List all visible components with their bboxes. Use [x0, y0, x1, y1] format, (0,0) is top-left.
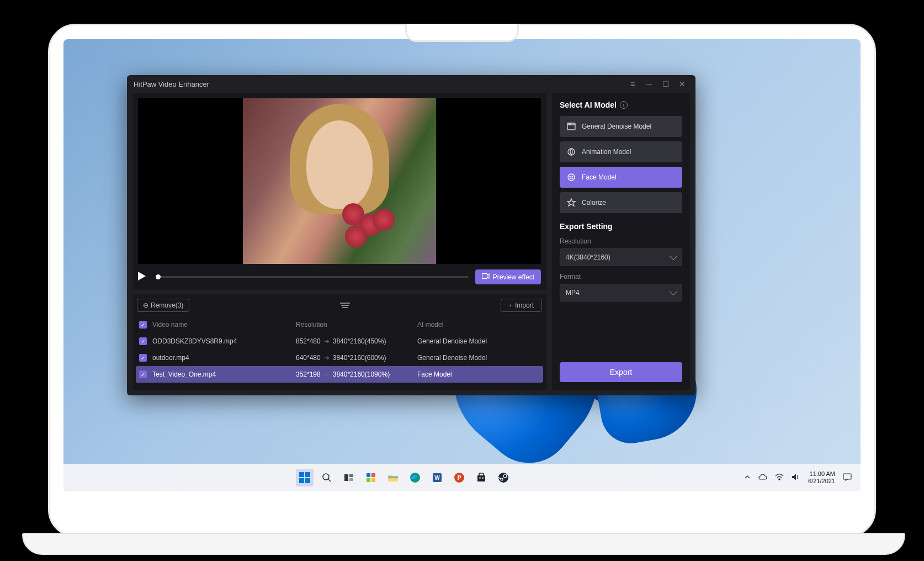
svg-point-4 [568, 149, 575, 155]
format-label: Format [560, 273, 682, 280]
sort-icon[interactable] [340, 303, 350, 308]
format-select[interactable]: MP4 [560, 284, 682, 301]
select-all-checkbox[interactable]: ✓ [139, 321, 147, 329]
laptop-base [22, 533, 905, 555]
video-name: outdoor.mp4 [152, 354, 296, 362]
play-button[interactable] [138, 272, 149, 283]
column-name: Video name [152, 321, 296, 329]
resolution-label: Resolution [560, 237, 682, 245]
info-icon[interactable]: i [620, 101, 628, 109]
svg-rect-11 [349, 478, 353, 481]
desktop-screen: HitPaw Video Enhancer ≡ ─ ☐ ✕ [63, 39, 861, 491]
resolution-select[interactable]: 4K(3840*2160) [560, 248, 682, 266]
svg-rect-24 [482, 477, 484, 479]
row-checkbox[interactable]: ✓ [139, 371, 147, 378]
svg-point-8 [323, 474, 329, 480]
minimize-button[interactable]: ─ [642, 77, 656, 91]
resolution-cell: 852*480➔3840*2160(450%) [296, 337, 417, 345]
svg-rect-15 [371, 478, 375, 482]
svg-rect-0 [482, 274, 487, 279]
titlebar[interactable]: HitPaw Video Enhancer ≡ ─ ☐ ✕ [127, 75, 695, 93]
model-option-colorize[interactable]: Colorize [560, 192, 682, 213]
powerpoint-icon[interactable]: P [450, 469, 468, 486]
app-title: HitPaw Video Enhancer [134, 80, 626, 88]
search-icon[interactable] [318, 469, 336, 486]
steam-icon[interactable] [495, 469, 512, 486]
model-icon [566, 198, 576, 208]
arrow-right-icon: ➔ [324, 337, 330, 345]
clock[interactable]: 11:00 AM 6/21/2021 [808, 470, 835, 485]
edge-icon[interactable] [406, 469, 424, 486]
svg-rect-13 [371, 473, 375, 477]
svg-rect-16 [388, 477, 398, 478]
resolution-cell: 352*198➔3840*2160(1090%) [296, 371, 417, 378]
list-header: ✓ Video name Resolution AI model [132, 316, 546, 333]
svg-point-6 [570, 176, 571, 177]
video-preview[interactable] [138, 98, 541, 264]
model-icon [566, 172, 576, 182]
svg-point-2 [569, 124, 569, 124]
close-button[interactable]: ✕ [676, 77, 689, 91]
svg-point-25 [498, 473, 508, 483]
chevron-down-icon [670, 252, 677, 260]
widgets-icon[interactable] [362, 469, 380, 486]
svg-point-3 [570, 124, 570, 124]
store-icon[interactable] [472, 469, 490, 486]
preview-panel: Preview effect [132, 93, 546, 290]
plus-icon: + [509, 301, 513, 309]
taskbar: W P 11:00 AM 6/21/2021 [63, 464, 861, 491]
svg-point-7 [572, 176, 573, 177]
task-view-icon[interactable] [340, 469, 358, 486]
column-model: AI model [417, 321, 540, 329]
notifications-icon[interactable] [843, 473, 852, 482]
minus-circle-icon: ⊖ [143, 301, 148, 309]
video-name: ODD3DSKZ8DYVS8R9.mp4 [152, 337, 296, 345]
table-row[interactable]: ✓ ODD3DSKZ8DYVS8R9.mp4 852*480➔3840*2160… [132, 333, 546, 350]
resolution-cell: 640*480➔3840*2160(600%) [296, 354, 417, 362]
svg-rect-9 [344, 474, 348, 481]
model-cell: General Denoise Model [417, 337, 540, 345]
table-row[interactable]: ✓ Test_Video_One.mp4 352*198➔3840*2160(1… [136, 366, 543, 383]
select-model-heading: Select AI Model i [560, 100, 682, 109]
laptop-frame: HitPaw Video Enhancer ≡ ─ ☐ ✕ [48, 24, 876, 537]
svg-text:W: W [434, 475, 440, 481]
video-name: Test_Video_One.mp4 [152, 371, 296, 378]
word-icon[interactable]: W [428, 469, 446, 486]
start-button[interactable] [296, 469, 314, 486]
svg-point-28 [779, 479, 780, 480]
preview-effect-button[interactable]: Preview effect [475, 269, 541, 284]
svg-rect-14 [367, 478, 370, 482]
camera-icon [482, 273, 490, 281]
app-window: HitPaw Video Enhancer ≡ ─ ☐ ✕ [127, 75, 695, 395]
table-row[interactable]: ✓ outdoor.mp4 640*480➔3840*2160(600%) Ge… [132, 350, 546, 366]
import-button[interactable]: + Import [501, 299, 542, 312]
cloud-icon[interactable] [758, 474, 767, 481]
svg-text:P: P [457, 475, 461, 481]
menu-icon[interactable]: ≡ [626, 77, 639, 91]
model-cell: General Denoise Model [417, 354, 540, 362]
arrow-right-icon: ➔ [324, 371, 330, 378]
remove-button[interactable]: ⊖ Remove(3) [137, 299, 189, 312]
export-button[interactable]: Export [560, 362, 682, 382]
svg-rect-12 [367, 473, 370, 477]
chevron-up-icon[interactable] [744, 474, 751, 481]
row-checkbox[interactable]: ✓ [139, 337, 147, 345]
model-icon [566, 121, 576, 131]
wifi-icon[interactable] [775, 473, 784, 482]
model-cell: Face Model [417, 371, 540, 378]
model-icon [566, 147, 576, 157]
right-sidebar: Select AI Model i General Denoise ModelA… [552, 93, 690, 390]
progress-slider[interactable] [156, 276, 469, 278]
row-checkbox[interactable]: ✓ [139, 354, 147, 362]
export-setting-heading: Export Setting [560, 222, 682, 231]
maximize-button[interactable]: ☐ [659, 77, 672, 91]
model-option-face-model[interactable]: Face Model [560, 167, 682, 188]
column-resolution: Resolution [296, 321, 417, 329]
model-option-animation-model[interactable]: Animation Model [560, 141, 682, 162]
explorer-icon[interactable] [384, 469, 402, 486]
svg-rect-22 [477, 475, 485, 481]
svg-rect-10 [349, 474, 353, 477]
arrow-right-icon: ➔ [324, 354, 330, 362]
volume-icon[interactable] [792, 473, 800, 482]
model-option-general-denoise-model[interactable]: General Denoise Model [560, 116, 682, 137]
